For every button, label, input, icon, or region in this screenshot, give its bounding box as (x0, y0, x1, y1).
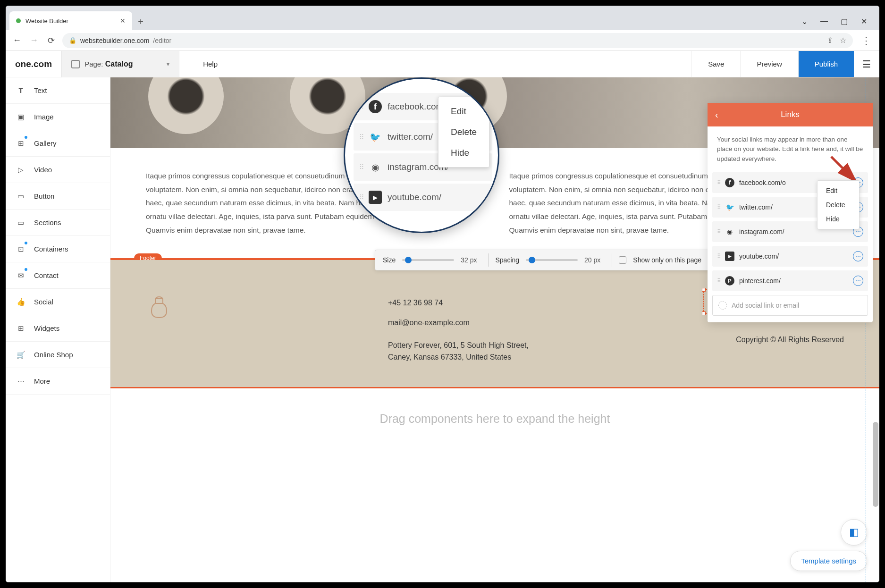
back-chevron-icon[interactable]: ‹ (715, 109, 718, 120)
browser-tab[interactable]: Website Builder ✕ (9, 11, 132, 30)
spacing-label: Spacing (495, 256, 519, 264)
add-social-link-input[interactable]: Add social link or email (712, 295, 868, 316)
links-panel-header: ‹ Links (708, 103, 873, 126)
sidebar-item-video[interactable]: ▷Video (6, 157, 110, 183)
containers-icon: ⊡ (16, 244, 25, 254)
publish-button[interactable]: Publish (798, 51, 854, 77)
zoom-link-item: ⠿▶youtube.com/ (354, 184, 492, 211)
star-icon[interactable]: ☆ (840, 36, 846, 45)
nav-back-icon[interactable]: ← (11, 35, 23, 46)
window-close-icon[interactable]: ✕ (860, 17, 868, 25)
sidebar-item-containers[interactable]: ⊡Containers (6, 236, 110, 262)
link-item-pinterest[interactable]: ⠿Ppinterest.com/⋯ (712, 270, 868, 291)
save-button[interactable]: Save (691, 51, 740, 77)
zoom-menu-delete[interactable]: Delete (438, 122, 489, 143)
url-field[interactable]: 🔒 websitebuilder.one.com/editor ⇪ ☆ (62, 33, 853, 48)
youtube-icon: ▶ (369, 191, 382, 204)
sidebar-item-text[interactable]: TText (6, 77, 110, 104)
scrollbar-thumb[interactable] (873, 422, 878, 507)
size-toolbar: Size 32 px Spacing 20 px Show only on th… (375, 250, 731, 270)
drag-handle-icon[interactable]: ⠿ (717, 179, 720, 186)
drag-handle-icon[interactable]: ⠿ (717, 228, 720, 235)
add-circle-icon (718, 301, 727, 310)
sidebar-item-shop[interactable]: 🛒Online Shop (6, 342, 110, 368)
nav-reload-icon[interactable]: ⟳ (45, 35, 57, 46)
page-selector[interactable]: Page: Catalog ▾ (61, 51, 179, 77)
close-icon[interactable]: ✕ (120, 17, 126, 25)
theme-fab-button[interactable]: ◧ (841, 519, 867, 546)
svg-line-0 (831, 157, 856, 181)
widgets-icon: ⊞ (16, 324, 25, 333)
text-icon: T (16, 86, 25, 95)
footer-phone: +45 12 36 98 74 (388, 293, 602, 313)
contact-icon: ✉ (16, 271, 25, 280)
sidebar-item-gallery[interactable]: ⊞Gallery (6, 130, 110, 157)
workspace: TText ▣Image ⊞Gallery ▷Video ▭Button ▭Se… (6, 77, 879, 582)
badge-new (25, 268, 27, 271)
hamburger-icon[interactable]: ☰ (854, 59, 879, 70)
new-tab-button[interactable]: + (132, 13, 149, 30)
sidebar-item-image[interactable]: ▣Image (6, 104, 110, 130)
drag-handle-icon[interactable]: ⠿ (717, 253, 720, 260)
url-path: /editor (153, 37, 171, 44)
nav-forward-icon[interactable]: → (28, 35, 40, 46)
pottery-logo-icon (146, 293, 174, 321)
window-minimize-icon[interactable]: — (820, 17, 828, 25)
template-settings-button[interactable]: Template settings (790, 551, 867, 571)
drag-handle-icon[interactable]: ⠿ (717, 204, 720, 210)
spacing-slider[interactable] (526, 259, 578, 261)
more-icon: ⋯ (16, 377, 25, 386)
sidebar-item-social[interactable]: 👍Social (6, 289, 110, 315)
links-panel-title: Links (781, 110, 800, 119)
sidebar-item-widgets[interactable]: ⊞Widgets (6, 315, 110, 342)
show-only-label: Show only on this page (633, 256, 701, 264)
window-maximize-icon[interactable]: ▢ (840, 17, 848, 25)
help-link[interactable]: Help (179, 60, 241, 68)
button-icon: ▭ (16, 192, 25, 201)
chevron-down-icon: ▾ (167, 61, 169, 67)
dropzone-hint[interactable]: Drag components here to expand the heigh… (110, 388, 879, 449)
cart-icon: 🛒 (16, 350, 25, 360)
badge-new (25, 242, 27, 244)
sidebar-item-button[interactable]: ▭Button (6, 183, 110, 210)
twitter-icon: 🐦 (369, 130, 382, 143)
menu-hide[interactable]: Hide (818, 212, 859, 226)
instagram-icon: ◉ (725, 227, 734, 236)
app-bar: one.com Page: Catalog ▾ Help Save Previe… (6, 51, 879, 77)
footer-address1: Pottery Forever, 601, 5 South High Stree… (388, 341, 529, 349)
share-icon[interactable]: ⇪ (827, 36, 833, 45)
video-icon: ▷ (16, 165, 25, 175)
image-icon: ▣ (16, 112, 25, 122)
instagram-icon: ◉ (369, 160, 382, 174)
chevron-down-icon[interactable]: ⌄ (800, 17, 809, 25)
link-context-menu: Edit Delete Hide (817, 180, 860, 229)
facebook-icon: f (369, 100, 382, 113)
footer-address2: Caney, Kansas 67333, United States (388, 353, 511, 361)
url-host: websitebuilder.one.com (80, 37, 149, 44)
browser-menu-icon[interactable]: ⋮ (859, 35, 874, 46)
sidebar-item-contact[interactable]: ✉Contact (6, 262, 110, 289)
menu-edit[interactable]: Edit (818, 184, 859, 198)
zoom-menu-hide[interactable]: Hide (438, 143, 489, 163)
logo: one.com (6, 59, 61, 69)
spacing-value: 20 px (584, 256, 600, 264)
size-slider[interactable] (402, 259, 454, 261)
tab-title: Website Builder (25, 17, 115, 25)
copyright-text: Copyright © All Rights Reserved (630, 336, 844, 344)
gallery-icon: ⊞ (16, 139, 25, 148)
sidebar-item-sections[interactable]: ▭Sections (6, 210, 110, 236)
show-only-checkbox[interactable] (619, 256, 626, 264)
sections-icon: ▭ (16, 218, 25, 227)
lock-icon: 🔒 (69, 37, 76, 44)
link-more-button[interactable]: ⋯ (853, 276, 863, 286)
link-item-youtube[interactable]: ⠿▶youtube.com/⋯ (712, 246, 868, 267)
sidebar-item-more[interactable]: ⋯More (6, 368, 110, 395)
palette-icon: ◧ (849, 526, 859, 538)
drag-handle-icon[interactable]: ⠿ (717, 277, 720, 284)
footer-email: mail@one-example.com (388, 313, 602, 333)
browser-titlebar: Website Builder ✕ + ⌄ — ▢ ✕ (6, 6, 879, 30)
link-more-button[interactable]: ⋯ (853, 251, 863, 261)
badge-new (25, 136, 27, 139)
preview-button[interactable]: Preview (740, 51, 798, 77)
menu-delete[interactable]: Delete (818, 198, 859, 212)
